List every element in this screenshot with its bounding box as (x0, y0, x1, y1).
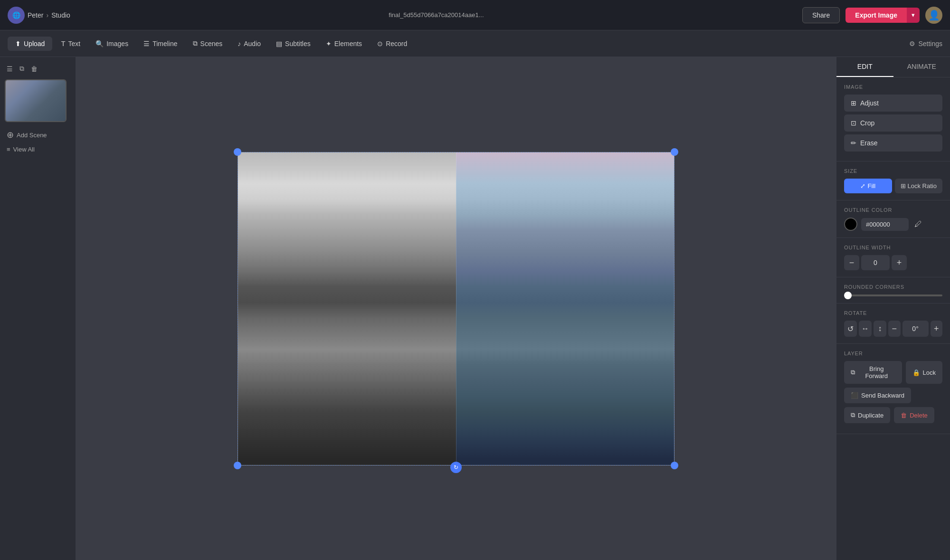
topbar: 🌐 Peter › Studio final_5d55d7066a7ca2001… (0, 0, 950, 30)
color-hex-input[interactable] (861, 218, 909, 231)
send-backward-icon: ⬛ (851, 392, 858, 399)
timeline-button[interactable]: ☰ Timeline (137, 37, 184, 51)
subtitles-label: Subtitles (285, 40, 311, 47)
delete-label: Delete (910, 412, 928, 419)
upload-button[interactable]: ⬆ Upload (8, 37, 52, 51)
export-button-group: Export Image ▾ (846, 8, 920, 23)
layer-section: LAYER ⧉ Bring Forward 🔒 Lock ⬛ Send Back… (836, 344, 950, 434)
elements-label: Elements (334, 40, 362, 47)
lock-button[interactable]: 🔒 Lock (906, 361, 942, 384)
audio-icon: ♪ (238, 40, 241, 47)
flip-vertical-button[interactable]: ↕ (874, 321, 886, 337)
rotate-ccw-button[interactable]: ↺ (844, 321, 857, 337)
profile-avatar[interactable]: 👤 (925, 7, 942, 24)
scene-reorder-button[interactable]: ☰ (5, 64, 15, 74)
tab-edit[interactable]: EDIT (836, 57, 893, 77)
rounded-corners-slider[interactable] (844, 294, 942, 296)
rotate-decrease-button[interactable]: − (888, 321, 900, 337)
timeline-label: Timeline (152, 40, 177, 47)
fill-button[interactable]: ⤢ Fill (844, 179, 892, 193)
subtitles-button[interactable]: ▤ Subtitles (269, 37, 317, 51)
user-info: 🌐 Peter › Studio (8, 7, 70, 24)
outline-width-stepper: − + (844, 255, 942, 270)
export-image-button[interactable]: Export Image (846, 8, 907, 23)
adjust-button[interactable]: ⊞ Adjust (844, 95, 942, 112)
outline-color-label: OUTLINE COLOR (844, 207, 942, 213)
image-section-label: IMAGE (844, 84, 942, 90)
canvas-area[interactable]: ↻ (76, 57, 836, 560)
handle-bottom-right[interactable] (671, 462, 678, 469)
canvas-right-half (456, 152, 674, 465)
outline-color-section: OUTLINE COLOR 🖊 (836, 200, 950, 238)
settings-button[interactable]: ⚙ Settings (909, 40, 942, 47)
main-layout: ☰ ⧉ 🗑 ⊕ Add Scene ≡ View All (0, 57, 950, 560)
record-icon: ⊙ (377, 40, 383, 47)
flip-horizontal-button[interactable]: ↔ (859, 321, 872, 337)
text-button[interactable]: T Text (54, 36, 87, 51)
scene-actions: ☰ ⧉ 🗑 (5, 62, 71, 76)
crop-icon: ⊡ (851, 119, 856, 127)
record-button[interactable]: ⊙ Record (370, 37, 414, 51)
scene-duplicate-button[interactable]: ⧉ (18, 64, 26, 74)
handle-top-right[interactable] (671, 148, 678, 156)
text-icon: T (61, 39, 65, 47)
outline-width-increase-button[interactable]: + (892, 255, 907, 270)
send-backward-button[interactable]: ⬛ Send Backward (844, 388, 911, 403)
toolbar: ⬆ Upload T Text 🔍 Images ☰ Timeline ⧉ Sc… (0, 30, 950, 57)
outline-width-value[interactable] (861, 255, 890, 270)
elements-icon: ✦ (326, 40, 332, 47)
audio-button[interactable]: ♪ Audio (231, 37, 267, 51)
handle-top-left[interactable] (234, 148, 241, 156)
left-sidebar: ☰ ⧉ 🗑 ⊕ Add Scene ≡ View All (0, 57, 76, 560)
panel-tabs: EDIT ANIMATE (836, 57, 950, 77)
add-scene-button[interactable]: ⊕ Add Scene (5, 127, 71, 143)
subtitles-icon: ▤ (276, 40, 282, 47)
scene-delete-button[interactable]: 🗑 (29, 64, 39, 74)
rotation-handle[interactable]: ↻ (450, 462, 462, 473)
user-avatar: 🌐 (8, 7, 25, 24)
scene-thumb-image (6, 80, 66, 121)
lock-ratio-button[interactable]: ⊞ Lock Ratio (895, 179, 943, 193)
canvas-image[interactable] (238, 152, 674, 465)
bring-forward-button[interactable]: ⧉ Bring Forward (844, 361, 902, 384)
lock-label: Lock (923, 369, 936, 376)
right-panel: EDIT ANIMATE IMAGE ⊞ Adjust ⊡ Crop ✏ Era… (836, 57, 950, 560)
rotate-degree-input[interactable] (902, 321, 929, 337)
image-section: IMAGE ⊞ Adjust ⊡ Crop ✏ Erase (836, 77, 950, 161)
layer-label: LAYER (844, 351, 942, 356)
view-all-icon: ≡ (7, 146, 10, 153)
share-button[interactable]: Share (802, 7, 840, 23)
rounded-corners-slider-row (844, 294, 942, 296)
fill-icon: ⤢ (860, 182, 865, 190)
adjust-label: Adjust (860, 99, 879, 107)
color-swatch[interactable] (844, 218, 857, 231)
export-dropdown-button[interactable]: ▾ (907, 8, 920, 23)
breadcrumb-sep: › (46, 11, 48, 19)
duplicate-button[interactable]: ⧉ Duplicate (844, 407, 890, 423)
delete-button[interactable]: 🗑 Delete (894, 407, 934, 423)
scenes-button[interactable]: ⧉ Scenes (186, 36, 229, 51)
color-row: 🖊 (844, 218, 942, 231)
outline-width-decrease-button[interactable]: − (844, 255, 859, 270)
outline-width-label: OUTLINE WIDTH (844, 245, 942, 250)
crop-button[interactable]: ⊡ Crop (844, 114, 942, 132)
rounded-corners-section: ROUNDED CORNERS (836, 277, 950, 304)
tab-animate[interactable]: ANIMATE (893, 57, 950, 77)
layer-row-3: ⧉ Duplicate 🗑 Delete (844, 407, 942, 423)
images-button[interactable]: 🔍 Images (89, 37, 135, 51)
eyedropper-button[interactable]: 🖊 (912, 218, 924, 230)
rotate-label: ROTATE (844, 310, 942, 316)
add-scene-icon: ⊕ (7, 130, 14, 140)
canvas-wrap: ↻ (238, 152, 674, 465)
erase-button[interactable]: ✏ Erase (844, 134, 942, 152)
lock-ratio-label: Lock Ratio (908, 182, 937, 190)
audio-label: Audio (244, 40, 261, 47)
rotate-increase-button[interactable]: + (931, 321, 942, 337)
handle-bottom-left[interactable] (234, 462, 241, 469)
scene-thumbnail[interactable] (5, 79, 66, 122)
view-all-button[interactable]: ≡ View All (5, 143, 71, 156)
add-scene-label: Add Scene (17, 132, 47, 139)
crop-label: Crop (860, 119, 874, 127)
elements-button[interactable]: ✦ Elements (319, 37, 369, 51)
upload-label: Upload (24, 40, 45, 47)
